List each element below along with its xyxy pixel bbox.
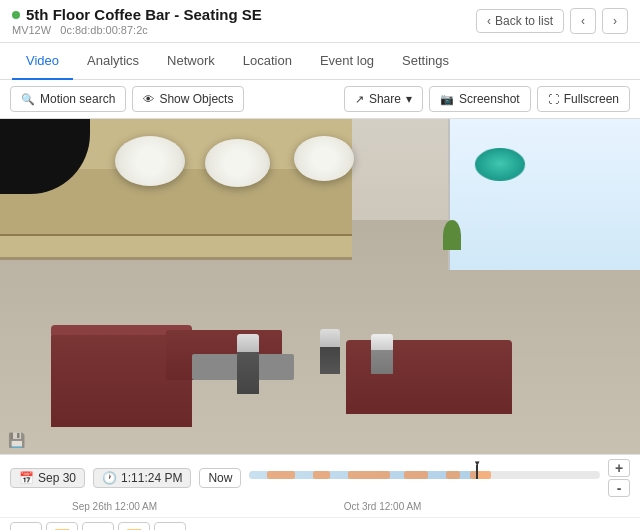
clock-icon: 🕐 (102, 471, 117, 485)
toolbar-left: 🔍 Motion search 👁 Show Objects (10, 86, 244, 112)
zoom-out-button[interactable]: - (608, 479, 630, 497)
tab-analytics[interactable]: Analytics (73, 43, 153, 80)
sd-card-icon: 💾 (8, 432, 25, 448)
back-to-list-button[interactable]: ‹ Back to list (476, 9, 564, 33)
tab-bar: Video Analytics Network Location Event l… (0, 43, 640, 80)
timeline-background (249, 471, 600, 479)
time-picker-button[interactable]: 🕐 1:11:24 PM (93, 468, 191, 488)
chevron-left-icon: ‹ (487, 14, 491, 28)
motion-segment (446, 471, 460, 479)
search-icon: 🔍 (21, 93, 35, 106)
person-sitting-2 (371, 334, 393, 374)
date-picker-button[interactable]: 📅 Sep 30 (10, 468, 85, 488)
skip-to-end-button[interactable]: ⏭ (154, 522, 186, 530)
rewind-button[interactable]: ⏪ (46, 522, 78, 530)
camera-icon: 📷 (440, 93, 454, 106)
play-pause-button[interactable]: ⏸ (82, 522, 114, 530)
timeline-playhead (476, 465, 478, 479)
timeline-end-label: Oct 3rd 12:00 AM (344, 501, 422, 512)
eye-icon: 👁 (143, 93, 154, 105)
playback-controls: ⏮ ⏪ ⏸ ⏩ ⏭ › 1x (0, 517, 640, 530)
show-objects-button[interactable]: 👁 Show Objects (132, 86, 244, 112)
right-arrow-icon: › (613, 14, 617, 28)
next-camera-button[interactable]: › (602, 8, 628, 34)
tab-network[interactable]: Network (153, 43, 229, 80)
now-button[interactable]: Now (199, 468, 241, 488)
camera-title: 5th Floor Coffee Bar - Seating SE (12, 6, 262, 23)
video-feed[interactable]: 💾 (0, 119, 640, 454)
status-indicator (12, 11, 20, 19)
toolbar-right: ↗ Share ▾ 📷 Screenshot ⛶ Fullscreen (344, 86, 630, 112)
fullscreen-button[interactable]: ⛶ Fullscreen (537, 86, 630, 112)
video-feed-container: 💾 (0, 119, 640, 454)
dropdown-arrow-icon: ▾ (406, 92, 412, 106)
person-standing (237, 334, 259, 394)
motion-segment (313, 471, 331, 479)
timeline-area: 📅 Sep 30 🕐 1:11:24 PM Now (0, 454, 640, 517)
lamp-2 (205, 139, 270, 187)
fullscreen-icon: ⛶ (548, 93, 559, 105)
plant (443, 220, 461, 250)
title-left: 5th Floor Coffee Bar - Seating SE MV12W … (12, 6, 262, 36)
prev-camera-button[interactable]: ‹ (570, 8, 596, 34)
lamp-1 (115, 136, 185, 186)
tab-eventlog[interactable]: Event log (306, 43, 388, 80)
share-icon: ↗ (355, 93, 364, 106)
video-toolbar: 🔍 Motion search 👁 Show Objects ↗ Share ▾… (0, 80, 640, 119)
motion-segment (267, 471, 295, 479)
zoom-in-button[interactable]: + (608, 459, 630, 477)
tab-settings[interactable]: Settings (388, 43, 463, 80)
timeline-zoom-controls: + - (608, 459, 630, 497)
lamp-3 (294, 136, 354, 181)
timeline-track[interactable] (249, 467, 600, 489)
screenshot-button[interactable]: 📷 Screenshot (429, 86, 531, 112)
tab-location[interactable]: Location (229, 43, 306, 80)
device-info: MV12W 0c:8d:db:00:87:2c (12, 24, 262, 36)
title-actions: ‹ Back to list ‹ › (476, 8, 628, 34)
timeline-labels: Sep 26th 12:00 AM Oct 3rd 12:00 AM (10, 500, 630, 513)
tab-video[interactable]: Video (12, 43, 73, 80)
timeline-top-row: 📅 Sep 30 🕐 1:11:24 PM Now (10, 459, 630, 497)
motion-segment (404, 471, 429, 479)
motion-search-button[interactable]: 🔍 Motion search (10, 86, 126, 112)
left-arrow-icon: ‹ (581, 14, 585, 28)
share-button[interactable]: ↗ Share ▾ (344, 86, 423, 112)
timeline-start-label: Sep 26th 12:00 AM (72, 501, 157, 512)
windows (448, 119, 640, 270)
calendar-icon: 📅 (19, 471, 34, 485)
person-sitting-1 (320, 329, 340, 374)
title-bar: 5th Floor Coffee Bar - Seating SE MV12W … (0, 0, 640, 43)
motion-segment (470, 471, 491, 479)
motion-segment (348, 471, 390, 479)
skip-to-start-button[interactable]: ⏮ (10, 522, 42, 530)
camera-scene (0, 119, 640, 454)
fast-forward-button[interactable]: ⏩ (118, 522, 150, 530)
